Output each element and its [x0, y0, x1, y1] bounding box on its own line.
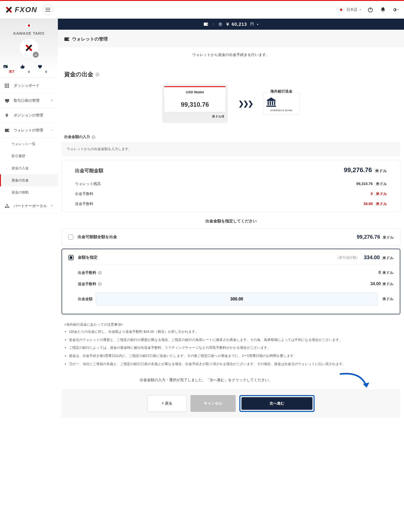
- option-value: 334.00: [364, 254, 380, 260]
- next-button-highlight: 次へ進む: [239, 395, 315, 412]
- colon: ：: [211, 22, 215, 27]
- available-label: 出金可能金額: [75, 167, 103, 174]
- back-button[interactable]: < 戻る: [147, 395, 187, 412]
- svg-rect-7: [6, 84, 7, 85]
- nav-label: パートナーポータル: [14, 204, 47, 208]
- available-value: 99,276.76: [344, 166, 372, 173]
- svg-rect-35: [274, 101, 275, 105]
- user-flag-icon: [26, 23, 32, 28]
- bell-icon: [380, 7, 386, 13]
- radio-checked-icon[interactable]: [68, 255, 74, 260]
- flag-jp-icon: [338, 8, 344, 12]
- sidebar-sub-transfer[interactable]: 資金の移動: [0, 186, 58, 198]
- menu-toggle-button[interactable]: [43, 4, 53, 15]
- help-icon[interactable]: ?: [218, 22, 222, 26]
- logo-x-icon: [5, 6, 13, 13]
- chevron-down-icon[interactable]: ▾: [257, 23, 258, 26]
- brand-logo[interactable]: FXON: [5, 6, 37, 14]
- sidebar-stats: 完了 0 0: [0, 60, 58, 78]
- note-item: 万が一、当社にご登録の名義と、ご指定の銀行口座の名義とが異なる場合、出金手続きが…: [69, 361, 398, 367]
- monitor-icon: [5, 99, 11, 103]
- user-name: KAWASE TARO: [0, 31, 58, 35]
- sidebar-sub-deposit[interactable]: 資金の入金: [0, 162, 58, 174]
- stat-done[interactable]: 完了: [3, 64, 20, 74]
- header: FXON 日本語 ▾ ▾: [0, 1, 404, 19]
- section-title-text: 資金の出金: [64, 70, 93, 78]
- header-right: 日本語 ▾ ▾: [338, 7, 399, 13]
- sidebar-item-partner[interactable]: パートナーポータル +: [0, 198, 58, 214]
- bank-icon: [265, 97, 297, 108]
- svg-rect-24: [8, 207, 9, 208]
- balance-currency: 円: [250, 22, 254, 27]
- summary-card: 出金可能金額 99,276.76 米ドル ウォレット残高 99,310.76米ド…: [62, 160, 400, 212]
- sidebar-sub-withdraw[interactable]: 資金の出金: [0, 174, 58, 186]
- pin-icon: [5, 113, 11, 118]
- svg-rect-17: [6, 102, 8, 103]
- avatar-logo-icon: [25, 44, 33, 52]
- help-icon[interactable]: ?: [95, 73, 99, 76]
- camera-badge-icon[interactable]: [33, 52, 39, 58]
- summary-row-balance: ウォレット残高 99,310.76米ドル: [62, 179, 400, 189]
- amount-currency: 米ドル: [382, 297, 393, 301]
- input-description: ウォレットからの出金金額を入力します。: [62, 142, 400, 156]
- nav-label: ウォレットの管理: [14, 128, 43, 133]
- radio-unchecked-icon[interactable]: [68, 234, 73, 240]
- nav-label: 取引口座の管理: [14, 98, 39, 103]
- row-currency: 米ドル: [375, 192, 387, 196]
- user-avatar[interactable]: [20, 39, 38, 57]
- svg-rect-8: [8, 84, 9, 85]
- row-value: 34.00: [363, 202, 373, 206]
- sidebar-sub-wallet-list[interactable]: ウォレット一覧: [0, 138, 58, 150]
- svg-point-27: [207, 24, 208, 24]
- note-item: 1回あたりの出金に対し、出金額より送金手数料 $34.00（相当）が差し引かれま…: [69, 329, 398, 335]
- power-button[interactable]: [367, 7, 373, 13]
- svg-rect-14: [8, 87, 9, 88]
- note-item: 送金元のウォレットの通貨と、ご指定の銀行の通貨が異なる場合、ご指定の銀行の為替レ…: [69, 337, 398, 343]
- chevron-down-icon: ▾: [360, 8, 361, 11]
- sidebar-item-positions[interactable]: ポジションの管理: [0, 108, 58, 123]
- option-full-amount[interactable]: 出金可能額全額を出金 99,276.76 米ドル: [62, 228, 400, 245]
- stat-hearts[interactable]: 0: [38, 64, 55, 74]
- svg-rect-12: [5, 87, 6, 88]
- wallet-card: USD Wallet 99,310.76 米ドル/$: [162, 84, 228, 123]
- language-selector[interactable]: 日本語 ▾: [338, 7, 361, 12]
- detail-label: 出金手数料: [78, 270, 96, 275]
- wallet-currency: 米ドル/$: [162, 112, 228, 119]
- sidebar-item-dashboard[interactable]: ダッシュボード: [0, 79, 58, 93]
- sidebar-sub-history[interactable]: 取引履歴: [0, 150, 58, 162]
- nav-label: ポジションの管理: [14, 113, 43, 118]
- detail-label: 送金手数料: [78, 282, 96, 287]
- sidebar-item-accounts[interactable]: 取引口座の管理 +: [0, 93, 58, 108]
- amount-label: 出金金額: [78, 297, 93, 301]
- notes-list: 1回あたりの出金に対し、出金額より送金手数料 $34.00（相当）が差し引かれま…: [62, 329, 400, 367]
- help-icon[interactable]: ?: [98, 271, 102, 275]
- available-row: 出金可能金額 99,276.76 米ドル: [62, 160, 400, 179]
- balance-amount: ￥ 60,213: [225, 21, 247, 27]
- help-icon[interactable]: ?: [98, 282, 102, 286]
- thumbs-up-icon: [20, 64, 37, 69]
- detail-value: 0: [378, 270, 381, 275]
- minus-icon: −: [50, 127, 53, 133]
- sidebar-user: KAWASE TARO: [0, 19, 58, 60]
- sidebar: KAWASE TARO 完了 0: [0, 19, 58, 428]
- settings-button[interactable]: ▾: [392, 7, 399, 13]
- svg-rect-34: [272, 101, 273, 105]
- option-currency: 米ドル: [382, 256, 393, 260]
- sidebar-item-wallet[interactable]: ウォレットの管理 −: [0, 123, 58, 138]
- stat-likes-value: 0: [20, 70, 37, 73]
- stat-likes[interactable]: 0: [20, 64, 37, 74]
- button-row: < 戻る キャンセル 次へ進む: [62, 389, 400, 418]
- svg-rect-16: [7, 102, 8, 102]
- option-label: 金額を指定: [78, 255, 331, 260]
- withdrawal-amount-input[interactable]: [96, 293, 378, 305]
- chevron-down-icon: ▾: [397, 8, 399, 11]
- page-title: ウォレットの管理: [72, 36, 108, 42]
- final-message-row: 出金金額の入力・選択が完了しました。「次へ進む」をクリックしてください。: [62, 369, 400, 389]
- next-button[interactable]: 次へ進む: [241, 397, 312, 410]
- option-specify-amount[interactable]: 金額を指定 （差引合計額） 334.00 米ドル 出金手数料? 0米ドル 送金手…: [62, 249, 400, 314]
- page-title-row: ウォレットの管理: [58, 30, 404, 47]
- cancel-button[interactable]: キャンセル: [190, 395, 236, 412]
- help-icon[interactable]: ?: [92, 135, 95, 139]
- notifications-button[interactable]: [380, 7, 386, 13]
- detail-currency: 米ドル: [382, 282, 393, 286]
